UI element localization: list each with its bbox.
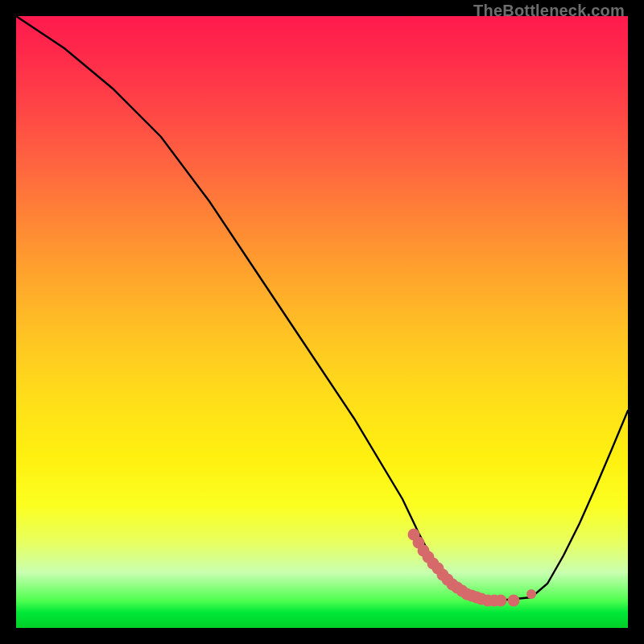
heat-gradient-background — [16, 16, 628, 628]
chart-plot-area — [16, 16, 628, 628]
